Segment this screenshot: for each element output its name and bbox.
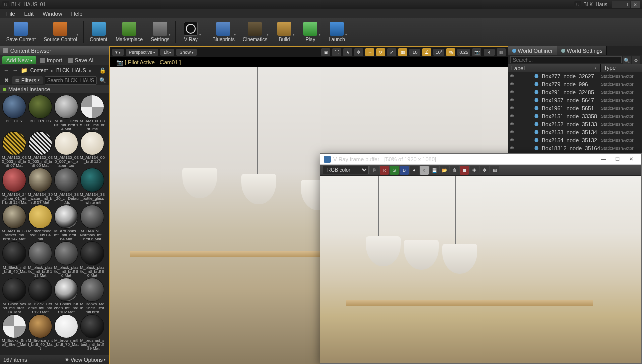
asset-item[interactable]: M_brown_mtl_brdf_75_Mat xyxy=(53,314,79,350)
translate-icon[interactable]: ↔ xyxy=(365,48,374,56)
outliner-row[interactable]: 👁⬣Box277_node_32627StaticMeshActor xyxy=(508,72,642,80)
asset-item[interactable]: M_AM130_035_003_mtl_brdf 67 Mat xyxy=(1,131,27,167)
asset-item[interactable]: M_Books_Kitchen_mtl_brdf 102 Mat xyxy=(53,277,79,314)
angle-snap-icon[interactable]: ∠ xyxy=(422,48,431,56)
vfb-red-channel[interactable]: R xyxy=(380,166,389,175)
asset-item[interactable]: M_Black_Wood_mtl_brdf_14_Mat xyxy=(1,277,27,314)
vfb-stop-icon[interactable]: ⏹ xyxy=(460,166,469,175)
vfb-clear-icon[interactable]: 🗑 xyxy=(450,166,459,175)
asset-item[interactable]: M_Books_Small_Shelf_Mat xyxy=(1,314,27,350)
nav-fwd-icon[interactable]: → xyxy=(11,66,19,74)
vfb-maximize-button[interactable]: ☐ xyxy=(610,155,624,164)
actor-label[interactable]: Box277_node_32627 xyxy=(542,73,601,79)
outliner-header[interactable]: Label Type xyxy=(508,64,642,72)
toolbar-build[interactable]: Build▼ xyxy=(272,21,296,43)
visibility-icon[interactable]: 👁 xyxy=(508,122,515,127)
minimize-button[interactable]: — xyxy=(612,1,621,8)
vfb-compare-icon[interactable]: ▧ xyxy=(490,166,499,175)
vfb-mono-channel[interactable]: ● xyxy=(410,166,419,175)
asset-item[interactable]: M_AM130_035_001_mtl_brdf_mtl xyxy=(79,94,105,131)
asset-item[interactable]: M_BAKING_Normals_mtl_brdf 6 Mat xyxy=(79,204,105,241)
asset-item[interactable]: M_archmodels52_005 04 mtl xyxy=(27,204,53,241)
asset-item[interactable]: M_Bronze_mtl_brdf_40_Mat xyxy=(27,314,53,350)
asset-item[interactable]: M_black_plastic_mtl_brdf 113 Mat xyxy=(27,241,53,277)
actor-label[interactable]: Box2151_node_33358 xyxy=(542,113,601,119)
outliner-row[interactable]: 👁⬣Box279_node_996StaticMeshActor xyxy=(508,80,642,88)
clear-filter-icon[interactable]: ✖ xyxy=(2,76,10,84)
scale-snap-icon[interactable]: % xyxy=(446,48,455,56)
actor-label[interactable]: Box279_node_996 xyxy=(542,81,601,87)
outliner-row[interactable]: 👁⬣Box2153_node_35134StaticMeshActor xyxy=(508,128,642,136)
grid-snap-icon[interactable]: ▦ xyxy=(398,48,407,56)
toolbar-v-ray[interactable]: V-Ray▼ xyxy=(179,21,203,43)
outliner-row[interactable]: 👁⬣Box2152_node_35133StaticMeshActor xyxy=(508,120,642,128)
outliner-search-input[interactable] xyxy=(510,56,622,63)
header-label[interactable]: Label xyxy=(508,64,601,72)
viewport-options-button[interactable]: ▾ xyxy=(112,49,124,56)
actor-label[interactable]: Box2153_node_35134 xyxy=(542,129,601,135)
outliner-row[interactable]: 👁⬣Box18312_node_35164StaticMeshActor xyxy=(508,144,642,152)
filters-button[interactable]: Filters xyxy=(12,76,43,84)
search-icon[interactable]: 🔍 xyxy=(99,76,107,84)
content-browser-tab[interactable]: Content Browser xyxy=(0,46,109,55)
actor-label[interactable]: Box2152_node_35133 xyxy=(542,121,601,127)
content-search-input[interactable]: Search BLCK_HAUS xyxy=(45,76,97,85)
asset-item[interactable]: M_AM134_38_sticker_mtl_brdf 147 Mat xyxy=(1,204,27,241)
actor-label[interactable]: Box1957_node_5647 xyxy=(542,97,601,103)
visibility-icon[interactable]: 👁 xyxy=(508,138,515,143)
toolbar-launch[interactable]: Launch▼ xyxy=(325,21,349,43)
menu-help[interactable]: Help xyxy=(67,10,87,18)
add-new-button[interactable]: Add New xyxy=(2,56,36,64)
bookmark-icon[interactable]: ★ xyxy=(343,48,352,56)
vfb-render-image[interactable] xyxy=(320,176,641,363)
vfb-green-channel[interactable]: G xyxy=(390,166,399,175)
tab-world-settings[interactable]: World Settings xyxy=(557,46,607,55)
vray-frame-buffer-window[interactable]: V-Ray frame buffer - [50% of 1920 x 1080… xyxy=(320,153,642,364)
visibility-icon[interactable]: 👁 xyxy=(508,90,515,95)
angle-snap-value[interactable]: 10° xyxy=(433,49,444,56)
asset-item[interactable]: M_AM134_06_brdf 125 xyxy=(79,131,105,167)
menu-file[interactable]: File xyxy=(2,10,19,18)
toolbar-play[interactable]: Play▼ xyxy=(298,21,323,43)
restore-button[interactable]: ❐ xyxy=(621,1,630,8)
actor-label[interactable]: Box18312_node_35164 xyxy=(542,145,601,151)
outliner-row[interactable]: 👁⬣Box2154_node_35132StaticMeshActor xyxy=(508,136,642,144)
vfb-load-icon[interactable]: 📂 xyxy=(440,166,449,175)
visibility-icon[interactable]: 👁 xyxy=(508,82,515,87)
visibility-icon[interactable]: 👁 xyxy=(508,106,515,111)
visibility-icon[interactable]: 👁 xyxy=(508,130,515,135)
close-button[interactable]: ✕ xyxy=(631,1,640,8)
toolbar-save-current[interactable]: Save Current xyxy=(3,21,39,43)
outliner-row[interactable]: 👁⬣Box1961_node_5651StaticMeshActor xyxy=(508,104,642,112)
toolbar-settings[interactable]: Settings▼ xyxy=(148,21,172,43)
nav-back-icon[interactable]: ← xyxy=(2,66,10,74)
asset-item[interactable]: M_black_plastic_mtl_brdf 90 Mat xyxy=(79,241,105,277)
asset-item[interactable]: M_brushed_steel_mtl_brdf_89 Mat xyxy=(79,314,105,350)
perspective-button[interactable]: Perspective xyxy=(126,49,158,56)
filter-icon[interactable]: ⚙ xyxy=(632,56,640,64)
camera-speed-icon[interactable]: 📷 xyxy=(472,48,482,56)
asset-item[interactable]: M_AM134_24_shoe_01_mtl_brdf 124 Mat xyxy=(1,167,27,204)
asset-item[interactable]: M_black_plastic_mtl_brdf 86 Mat xyxy=(53,241,79,277)
lock-path-icon[interactable]: 🔒 xyxy=(99,66,107,74)
asset-item[interactable]: M_AM130_035_005_mtl_brdf 65 Mat xyxy=(27,131,53,167)
show-flags-button[interactable]: Show xyxy=(176,49,196,56)
toolbar-blueprints[interactable]: Blueprints▼ xyxy=(209,21,237,43)
scale-snap-value[interactable]: 0.25 xyxy=(457,49,470,56)
asset-item[interactable]: BG_CITY xyxy=(1,94,27,131)
vfb-track-icon[interactable]: ✥ xyxy=(480,166,489,175)
toolbar-cinematics[interactable]: Cinematics▼ xyxy=(240,21,270,43)
vfb-link-icon[interactable]: ⎘ xyxy=(370,166,379,175)
vfb-minimize-button[interactable]: — xyxy=(596,155,610,164)
vfb-alpha-channel[interactable]: ○ xyxy=(420,166,429,175)
vfb-region-icon[interactable]: ✚ xyxy=(470,166,479,175)
game-view-icon[interactable]: ▣ xyxy=(321,48,330,56)
camera-speed-value[interactable]: 4 xyxy=(484,49,495,56)
vfb-blue-channel[interactable]: B xyxy=(400,166,409,175)
immersive-icon[interactable]: ⛶ xyxy=(332,48,341,56)
viewport-maximize-icon[interactable]: ▥ xyxy=(497,48,506,56)
transform-select-icon[interactable]: ✥ xyxy=(354,48,363,56)
outliner-row[interactable]: 👁⬣Box2151_node_33358StaticMeshActor xyxy=(508,112,642,120)
tab-world-outliner[interactable]: World Outliner xyxy=(508,46,557,55)
vfb-save-icon[interactable]: 💾 xyxy=(430,166,439,175)
